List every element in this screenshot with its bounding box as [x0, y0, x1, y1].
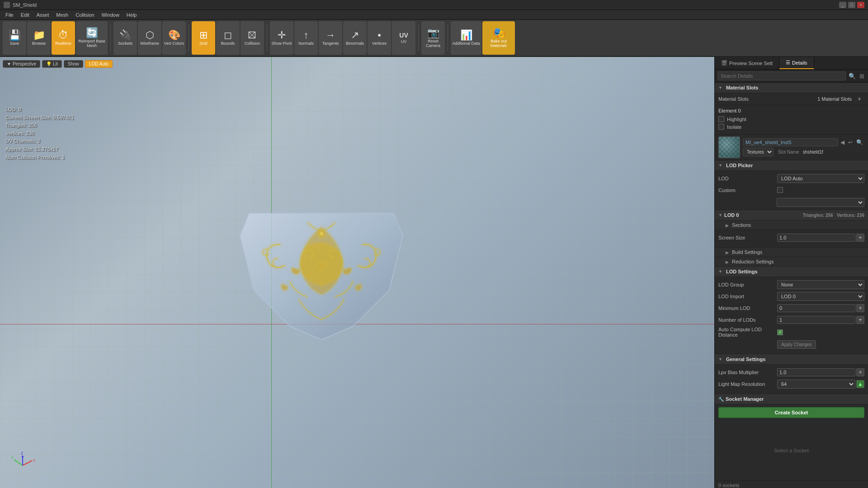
- menu-collision[interactable]: Collision: [72, 11, 98, 19]
- additional-data-button[interactable]: 📊 Additional Data: [451, 21, 481, 55]
- show-pivot-button[interactable]: ✛ Show Pivot: [270, 21, 293, 55]
- lod-picker-select[interactable]: LOD Auto LOD 0 LOD 1: [777, 174, 864, 183]
- menu-window[interactable]: Window: [98, 11, 123, 19]
- stat-uv: UV Channels: 2: [5, 137, 74, 145]
- lightmap-select[interactable]: 64 128 256: [777, 380, 855, 389]
- mat-browse-button[interactable]: 🔍: [855, 139, 864, 146]
- menu-file[interactable]: File: [2, 11, 17, 19]
- lod-settings-section-header[interactable]: ▼ LOD Settings: [715, 267, 868, 277]
- reset-camera-button[interactable]: 📷 Reset Camera: [421, 21, 445, 55]
- search-input[interactable]: [717, 71, 846, 80]
- grid-button[interactable]: ⊞ Grid: [192, 21, 215, 55]
- lod-import-select[interactable]: LOD 0: [777, 292, 864, 301]
- menu-mesh[interactable]: Mesh: [52, 11, 72, 19]
- tab-preview-scene[interactable]: 🎬 Preview Scene Sett: [715, 57, 779, 69]
- mat-use-button[interactable]: ↩: [847, 139, 854, 146]
- tangents-button[interactable]: → Tangents: [319, 21, 342, 55]
- normals-button[interactable]: ↑ Normals: [294, 21, 318, 55]
- viewport-show-btn[interactable]: Show: [64, 60, 83, 68]
- auto-compute-checkbox[interactable]: [777, 329, 783, 335]
- toolbar-sep-1: [110, 24, 111, 52]
- screen-size-increment-button[interactable]: +: [856, 234, 864, 242]
- material-thumbnail[interactable]: [718, 136, 740, 158]
- viewport-perspective-btn[interactable]: ▼ Perspective: [3, 60, 40, 68]
- bounds-button[interactable]: ◻ Bounds: [216, 21, 240, 55]
- menu-asset[interactable]: Asset: [33, 11, 53, 19]
- auto-compute-row: Auto Compute LOD Distance: [718, 327, 864, 338]
- list-icon: ☰: [786, 60, 790, 66]
- lod-picker-section-header[interactable]: ▼ LOD Picker: [715, 160, 868, 171]
- lpv-input[interactable]: [777, 368, 855, 376]
- stat-triangles: Triangles: 256: [5, 122, 74, 130]
- sockets-button[interactable]: 🔌 Sockets: [113, 21, 137, 55]
- lod-import-label: LOD Import: [718, 294, 777, 299]
- svg-text:Z: Z: [21, 452, 24, 455]
- menu-help[interactable]: Help: [123, 11, 141, 19]
- binormals-button[interactable]: ↗ Binormals: [343, 21, 367, 55]
- material-name-input[interactable]: [743, 138, 838, 146]
- min-lod-increment-button[interactable]: +: [856, 304, 864, 312]
- add-material-slot-button[interactable]: ＋: [854, 95, 864, 103]
- lod-custom-select[interactable]: [777, 198, 864, 207]
- search-icon[interactable]: 🔍: [848, 72, 857, 80]
- save-button[interactable]: 💾 Save: [3, 21, 26, 55]
- viewport-lod-btn[interactable]: LOD Auto: [85, 60, 113, 68]
- realtime-button[interactable]: ⏱ Realtime: [52, 21, 75, 55]
- binormals-label: Binormals: [346, 42, 364, 46]
- chevron-down-icon: ▼: [7, 61, 11, 66]
- collision-label: Collision: [245, 42, 260, 46]
- build-settings-row[interactable]: ▶ Build Settings: [715, 248, 868, 257]
- vertices-button[interactable]: • Vertices: [368, 21, 391, 55]
- lod-picker-label: LOD: [718, 176, 777, 181]
- isolate-checkbox[interactable]: [718, 124, 724, 130]
- close-button[interactable]: ×: [857, 2, 864, 8]
- axis-gizmo: X Y Z: [9, 452, 36, 479]
- material-type-select[interactable]: Textures: [743, 148, 774, 156]
- apply-changes-row: Apply Changes: [718, 339, 864, 349]
- lightmap-increment-button[interactable]: ▲: [856, 380, 864, 388]
- tab-details[interactable]: ☰ Details: [779, 57, 814, 69]
- grid-view-icon[interactable]: ⊞: [859, 72, 865, 80]
- apply-changes-button[interactable]: Apply Changes: [777, 340, 816, 349]
- menu-edit[interactable]: Edit: [17, 11, 33, 19]
- lod0-section-header[interactable]: ▼ LOD 0 Triangles: 256 Vertices: 236: [715, 210, 868, 221]
- num-lods-input[interactable]: [777, 316, 855, 324]
- lit-icon: 💡: [46, 61, 52, 66]
- material-slots-section-header[interactable]: ▼ Material Slots: [715, 83, 868, 93]
- minimize-button[interactable]: _: [839, 2, 846, 8]
- viewport-lit-btn[interactable]: 💡 Lit: [42, 60, 62, 68]
- min-lod-input[interactable]: [777, 304, 855, 312]
- browse-button[interactable]: 📁 Browse: [27, 21, 51, 55]
- collision-button[interactable]: ⛝ Collision: [241, 21, 264, 55]
- general-settings-section-header[interactable]: ▼ General Settings: [715, 354, 868, 365]
- toolbar-sep-4: [418, 24, 419, 52]
- highlight-checkbox[interactable]: [718, 116, 724, 122]
- show-pivot-icon: ✛: [278, 30, 286, 40]
- maximize-button[interactable]: □: [848, 2, 855, 8]
- socket-manager-header[interactable]: 🔧 Socket Manager: [715, 394, 868, 404]
- select-socket-label: Select a Socket: [774, 448, 808, 453]
- reduction-settings-row[interactable]: ▶ Reduction Settings: [715, 257, 868, 267]
- custom-checkbox[interactable]: [777, 187, 783, 193]
- viewport[interactable]: ▼ Perspective 💡 Lit Show LOD Auto LOD: 0…: [0, 57, 714, 488]
- create-socket-button[interactable]: Create Socket: [718, 407, 864, 418]
- lod0-header-label: LOD 0: [724, 212, 739, 218]
- num-lods-increment-button[interactable]: +: [856, 316, 864, 324]
- uv-button[interactable]: UV UV: [392, 21, 415, 55]
- lod-group-select[interactable]: None: [777, 280, 864, 289]
- window-title: SM_Shield: [13, 2, 37, 8]
- screen-size-input[interactable]: [777, 234, 855, 242]
- search-bar: 🔍 ⊞: [715, 70, 868, 83]
- bake-out-button[interactable]: 🎭 Bake out Materials: [482, 21, 515, 55]
- vert-colors-button[interactable]: 🎨 Vert Colors: [162, 21, 186, 55]
- realtime-label: Realtime: [55, 42, 71, 46]
- sections-row[interactable]: ▶ Sections: [715, 221, 868, 230]
- panel-tabs: 🎬 Preview Scene Sett ☰ Details: [715, 57, 868, 70]
- general-settings-arrow: ▼: [718, 357, 722, 361]
- stat-collision: Num Collision Primitives: 1: [5, 154, 74, 162]
- toolbar-sep-3: [267, 24, 267, 52]
- mat-back-button[interactable]: ◀: [839, 139, 846, 146]
- reimport-button[interactable]: 🔄 Reimport Base Mesh: [76, 21, 108, 55]
- wireframe-button[interactable]: ⬡ Wireframe: [138, 21, 161, 55]
- lpv-increment-button[interactable]: +: [856, 368, 864, 376]
